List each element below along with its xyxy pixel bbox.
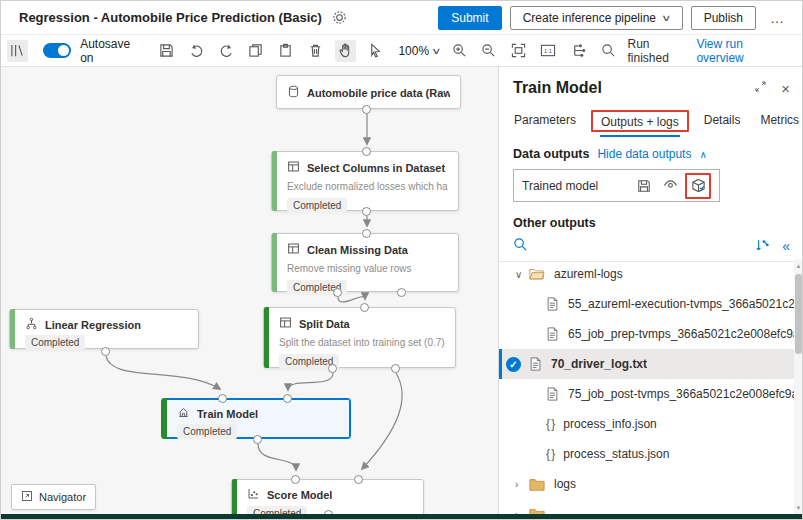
json-braces-icon: { } bbox=[546, 417, 554, 431]
search-icon[interactable] bbox=[598, 40, 619, 62]
navigator-button[interactable]: Navigator bbox=[11, 484, 96, 510]
settings-gear-icon[interactable] bbox=[332, 10, 347, 25]
status-badge: Completed bbox=[177, 424, 237, 439]
auto-layout-icon[interactable] bbox=[568, 40, 589, 62]
run-status-text: Run finished bbox=[627, 37, 690, 65]
navigator-label: Navigator bbox=[39, 491, 86, 503]
output-port[interactable] bbox=[397, 288, 406, 297]
tree-file-process-status[interactable]: { } process_status.json bbox=[499, 439, 795, 469]
node-split-data[interactable]: Split Data Split the dataset into traini… bbox=[263, 307, 456, 368]
file-icon bbox=[546, 297, 559, 311]
tree-file-65-job-prep[interactable]: 65_job_prep-tvmps_366a5021c2e008efc9a8ef… bbox=[499, 319, 795, 349]
output-port[interactable] bbox=[391, 364, 400, 373]
register-model-icon[interactable] bbox=[687, 175, 709, 197]
status-badge: Completed bbox=[287, 198, 347, 213]
output-port[interactable] bbox=[333, 288, 342, 297]
node-automobile-price-data[interactable]: Automobile price data (Raw) bbox=[276, 75, 461, 109]
tree-file-55-azureml-execution[interactable]: 55_azureml-execution-tvmps_366a5021c2e00… bbox=[499, 289, 795, 319]
save-icon[interactable] bbox=[156, 40, 177, 62]
window-bottom-edge bbox=[1, 514, 802, 520]
scrollbar-thumb[interactable] bbox=[795, 274, 802, 354]
pan-hand-icon[interactable] bbox=[335, 40, 356, 62]
input-port[interactable] bbox=[362, 229, 371, 238]
select-cursor-icon[interactable] bbox=[365, 40, 386, 62]
chevron-down-icon[interactable]: ∨ bbox=[515, 269, 529, 280]
node-title: Automobile price data (Raw) bbox=[307, 87, 450, 99]
input-port[interactable] bbox=[283, 394, 292, 403]
tree-folder-partial[interactable]: › bbox=[499, 499, 795, 514]
zoom-in-icon[interactable] bbox=[449, 40, 470, 62]
input-port[interactable] bbox=[362, 147, 371, 156]
tree-file-75-job-post[interactable]: 75_job_post-tvmps_366a5021c2e008efc9a8ef… bbox=[499, 379, 795, 409]
tree-label: logs bbox=[554, 477, 576, 491]
input-port[interactable] bbox=[354, 475, 363, 484]
tree-file-70-driver-log[interactable]: ✓ 70_driver_log.txt bbox=[499, 349, 795, 379]
chevron-right-icon[interactable]: › bbox=[515, 479, 529, 490]
titlebar: Regression - Automobile Price Prediction… bbox=[1, 1, 802, 35]
check-icon: ✓ bbox=[506, 357, 521, 372]
status-badge: Completed bbox=[25, 335, 85, 350]
input-port[interactable] bbox=[291, 475, 300, 484]
input-port[interactable] bbox=[218, 394, 227, 403]
annotation-outputs-tab: Outputs + logs bbox=[591, 110, 689, 132]
tree-label: 70_driver_log.txt bbox=[551, 357, 647, 371]
output-port[interactable] bbox=[101, 347, 110, 356]
output-name: Trained model bbox=[522, 179, 598, 193]
node-score-model[interactable]: Score Model Completed bbox=[231, 479, 424, 514]
tab-parameters[interactable]: Parameters bbox=[513, 107, 577, 135]
asset-library-icon[interactable] bbox=[7, 40, 28, 62]
collapse-all-icon[interactable]: « bbox=[782, 238, 790, 254]
navigator-icon bbox=[21, 490, 33, 504]
search-icon[interactable] bbox=[513, 237, 528, 255]
output-port[interactable] bbox=[253, 435, 262, 444]
node-title: Clean Missing Data bbox=[307, 244, 408, 256]
delete-icon[interactable] bbox=[305, 40, 326, 62]
view-run-overview-link[interactable]: View run overview bbox=[696, 37, 788, 65]
pipeline-canvas[interactable]: Automobile price data (Raw) Select Colum… bbox=[1, 67, 498, 514]
zoom-level-dropdown[interactable]: 100%∨ bbox=[398, 44, 439, 58]
save-output-icon[interactable] bbox=[633, 175, 655, 197]
autosave-toggle[interactable] bbox=[43, 43, 71, 58]
submit-button[interactable]: Submit bbox=[438, 6, 501, 30]
node-subtitle: Exclude normalized losses which have man… bbox=[287, 181, 448, 192]
node-select-columns[interactable]: Select Columns in Dataset Exclude normal… bbox=[271, 151, 459, 211]
scroll-down-icon[interactable]: ▼ bbox=[794, 501, 803, 514]
tab-outputs-logs[interactable]: Outputs + logs bbox=[600, 109, 680, 137]
tab-details[interactable]: Details bbox=[703, 107, 742, 135]
copy-icon[interactable] bbox=[246, 40, 267, 62]
actual-size-icon[interactable]: 1:1 bbox=[538, 40, 559, 62]
output-port[interactable] bbox=[328, 364, 337, 373]
undo-icon[interactable] bbox=[186, 40, 207, 62]
tree-folder-logs[interactable]: › logs bbox=[499, 469, 795, 499]
more-options-button[interactable]: … bbox=[764, 10, 792, 26]
redo-icon[interactable] bbox=[216, 40, 237, 62]
output-port[interactable] bbox=[362, 105, 371, 114]
expand-panel-icon[interactable] bbox=[754, 80, 767, 96]
node-train-model[interactable]: Train Model Completed bbox=[161, 398, 351, 439]
zoom-out-icon[interactable] bbox=[479, 40, 500, 62]
tree-folder-azureml-logs[interactable]: ∨ azureml-logs bbox=[499, 259, 795, 289]
zoom-to-fit-icon[interactable] bbox=[508, 40, 529, 62]
node-title: Select Columns in Dataset bbox=[307, 162, 445, 174]
input-port[interactable] bbox=[360, 303, 369, 312]
tree-file-process-info[interactable]: { } process_info.json bbox=[499, 409, 795, 439]
pipeline-title: Regression - Automobile Price Prediction… bbox=[19, 10, 322, 25]
app-window: Regression - Automobile Price Prediction… bbox=[0, 0, 803, 520]
tab-metrics[interactable]: Metrics bbox=[759, 107, 800, 135]
node-clean-missing-data[interactable]: Clean Missing Data Remove missing value … bbox=[271, 233, 459, 292]
tree-scrollbar[interactable]: ▲ ▼ bbox=[794, 259, 803, 514]
scroll-up-icon[interactable]: ▲ bbox=[794, 259, 803, 272]
paste-icon[interactable] bbox=[275, 40, 296, 62]
output-port[interactable] bbox=[362, 207, 371, 216]
publish-button[interactable]: Publish bbox=[691, 6, 756, 30]
folder-open-icon bbox=[529, 267, 545, 281]
toolbar: Autosave on 100%∨ 1:1 Run finished View … bbox=[1, 35, 802, 67]
create-inference-pipeline-button[interactable]: Create inference pipeline∨ bbox=[510, 6, 683, 30]
node-linear-regression[interactable]: Linear Regression Completed bbox=[9, 309, 199, 349]
sort-view-icon[interactable] bbox=[756, 238, 770, 255]
hide-data-outputs-link[interactable]: Hide data outputs bbox=[597, 147, 691, 161]
output-port[interactable] bbox=[324, 510, 333, 514]
node-title: Train Model bbox=[197, 408, 258, 420]
preview-output-icon[interactable] bbox=[659, 175, 681, 197]
close-panel-icon[interactable]: × bbox=[781, 81, 790, 96]
